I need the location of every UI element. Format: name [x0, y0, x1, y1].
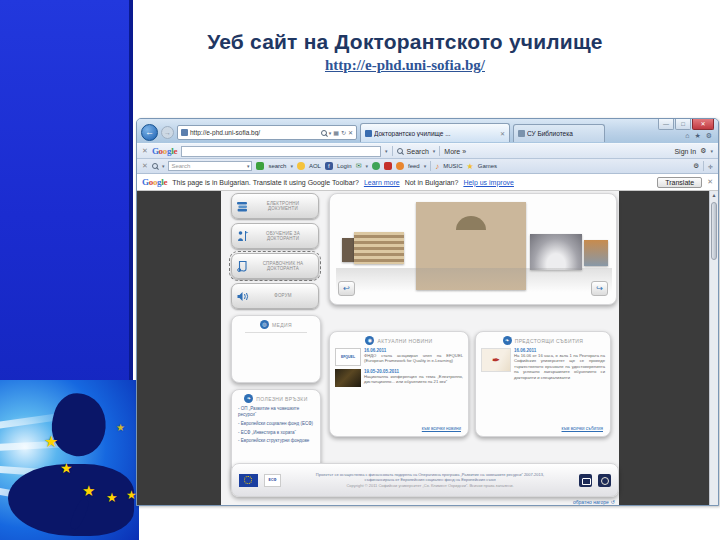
photo-carousel: ↩ ↪ — [329, 193, 617, 305]
chevron-down-icon[interactable]: ▾ — [162, 163, 165, 169]
not-bulgarian-text: Not in Bulgarian? — [405, 179, 459, 186]
music-label: MUSIC — [443, 163, 462, 169]
footer-line2: съфинансирана от Европейския социален фо… — [287, 477, 573, 482]
media-card-title: МЕДИЯ — [272, 322, 292, 328]
maximize-button[interactable]: □ — [675, 119, 691, 130]
scroll-up-arrow[interactable]: ▲ — [710, 191, 718, 200]
close-icon[interactable]: ✕ — [707, 178, 713, 186]
close-icon[interactable]: ✕ — [142, 147, 148, 155]
refresh-icon[interactable]: ↻ — [341, 129, 346, 136]
tab-active[interactable]: Докторантско училище ... ✕ — [360, 123, 510, 142]
carousel-next-button[interactable]: ↪ — [591, 281, 608, 296]
bird-icon: ❧ — [244, 394, 253, 403]
media-card[interactable]: ◎ МЕДИЯ — [231, 315, 321, 383]
minimize-button[interactable]: — — [658, 119, 674, 130]
useful-link[interactable]: - Европейски социален фонд (ЕСФ) — [232, 418, 320, 427]
chevron-down-icon[interactable]: ▾ — [433, 148, 436, 154]
carousel-thumb[interactable] — [530, 234, 582, 270]
aol-label: AOL — [309, 163, 321, 169]
carousel-thumb[interactable] — [584, 240, 608, 266]
divider — [703, 161, 704, 171]
expand-icon[interactable]: ✛ — [708, 163, 713, 170]
home-icon[interactable]: ⌂ — [685, 132, 689, 140]
chevron-down-icon[interactable]: ▾ — [290, 163, 293, 169]
globe-icon[interactable] — [372, 162, 380, 170]
sign-in-button[interactable]: Sign In — [674, 148, 696, 155]
links-card-header: ❧ ПОЛЕЗНИ ВРЪЗКИ — [232, 390, 320, 403]
quill-image-thumb: ✒ — [481, 348, 511, 372]
event-item[interactable]: ✒ 16.06.2011 На 16.06 от 16 часа, в зала… — [476, 345, 610, 380]
menu-label: ОБУЧЕНИЕ ЗА ДОКТОРАНТИ — [252, 231, 314, 242]
tab-favicon — [518, 130, 525, 137]
events-card-title: ПРЕДСТОЯЩИ СЪБИТИЯ — [515, 338, 584, 344]
mail-icon[interactable]: ✉ — [356, 162, 362, 170]
favorites-icon[interactable]: ★ — [694, 132, 700, 140]
news-item[interactable]: EFQUEL 16.06.2011 ФНДО стана асоцииран ч… — [330, 345, 468, 366]
gear-icon[interactable]: ⚙ — [700, 147, 706, 155]
chrome-action-icons: ⌂ ★ ⚙ — [685, 132, 712, 140]
chevron-down-icon: ▾ — [247, 163, 250, 169]
learn-more-link[interactable]: Learn more — [364, 179, 400, 186]
youtube-icon[interactable] — [384, 162, 392, 170]
chevron-down-icon[interactable]: ▾ — [385, 148, 388, 154]
close-button[interactable]: ✕ — [692, 119, 714, 130]
google-search-input[interactable] — [181, 146, 381, 157]
gear-icon[interactable]: ⚙ — [706, 132, 712, 140]
carousel-prev-button[interactable]: ↩ — [338, 281, 355, 296]
toolbar-search-button[interactable]: search — [268, 163, 286, 169]
page-footer: ЕСФ Проектът се осъществява с финансоват… — [231, 463, 619, 497]
media-icon: ◎ — [260, 320, 269, 329]
address-bar[interactable]: http://e-phd.uni-sofia.bg/ ▾ ▦ ↻ ✕ — [177, 125, 357, 140]
gear-icon[interactable]: ⚙ — [693, 162, 699, 170]
search-icon[interactable] — [321, 130, 327, 136]
vertical-scrollbar[interactable]: ▲ — [709, 191, 718, 506]
news-item[interactable]: 19.05-20.05.2011 Национална конференция … — [330, 366, 468, 387]
back-to-top-link[interactable]: обратно нагоре ↺ — [573, 499, 615, 505]
facebook-icon[interactable]: f — [325, 162, 333, 170]
scrollbar-thumb[interactable] — [711, 202, 717, 260]
url-text[interactable]: http://e-phd.uni-sofia.bg/ — [190, 129, 319, 136]
aol-icon[interactable] — [297, 162, 305, 170]
all-events-link[interactable]: към всички събития — [562, 426, 603, 431]
tab-background[interactable]: СУ Библиотека — [513, 124, 605, 142]
stop-icon[interactable]: ✕ — [348, 129, 353, 136]
tab-title: СУ Библиотека — [527, 130, 600, 137]
music-icon[interactable]: ♪ — [435, 162, 439, 171]
search-icon[interactable] — [152, 163, 158, 169]
close-icon[interactable]: ✕ — [142, 162, 148, 170]
more-menu[interactable]: More » — [444, 148, 466, 155]
esf-logo: ЕСФ — [264, 474, 281, 487]
menu-button-forum[interactable]: ФОРУМ — [231, 283, 319, 309]
games-label: Games — [478, 163, 497, 169]
menu-button-training[interactable]: ОБУЧЕНИЕ ЗА ДОКТОРАНТИ — [231, 223, 319, 249]
menu-button-handbook[interactable]: СПРАВОЧНИК НА ДОКТОРАНТА — [231, 253, 319, 279]
all-news-link[interactable]: към всички новини — [422, 426, 461, 431]
page-title: Уеб сайт на Докторантското училище — [140, 30, 670, 54]
search-go-icon[interactable] — [256, 162, 264, 170]
divider — [392, 146, 393, 156]
feed-icon[interactable] — [396, 162, 404, 170]
site-hyperlink[interactable]: http://e-phd.uni-sofia.bg/ — [325, 57, 485, 74]
back-button[interactable]: ← — [141, 124, 158, 141]
forward-button[interactable]: → — [161, 126, 174, 139]
google-search-button[interactable]: Search — [407, 148, 429, 155]
useful-link[interactable]: - ОП „Развитие на човешките ресурси“ — [232, 403, 320, 418]
menu-button-documents[interactable]: ЕЛЕКТРОННИ ДОКУМЕНТИ — [231, 193, 319, 219]
chevron-down-icon[interactable]: ▾ — [329, 130, 332, 136]
useful-link[interactable]: - ЕСФ „Инвестира в хората“ — [232, 427, 320, 436]
toolbar-search-input[interactable]: Search ▾ — [168, 161, 252, 171]
back-to-top-label: обратно нагоре — [573, 499, 609, 505]
translate-button[interactable]: Translate — [657, 177, 702, 188]
compatibility-icon[interactable]: ▦ — [333, 129, 339, 136]
chevron-down-icon[interactable]: ▾ — [424, 163, 427, 169]
translate-bar: Google This page is in Bulgarian. Transl… — [137, 174, 718, 191]
useful-link[interactable]: - Европейски структурни фондове — [232, 435, 320, 444]
chevron-down-icon[interactable]: ▾ — [366, 163, 369, 169]
window-controls: — □ ✕ — [658, 119, 714, 130]
carousel-thumb[interactable] — [354, 232, 404, 264]
close-icon[interactable]: ✕ — [500, 130, 505, 137]
help-improve-link[interactable]: Help us improve — [463, 179, 514, 186]
divider — [439, 146, 440, 156]
chevron-down-icon[interactable]: ▾ — [710, 148, 713, 154]
games-star-icon[interactable]: ★ — [467, 162, 474, 171]
